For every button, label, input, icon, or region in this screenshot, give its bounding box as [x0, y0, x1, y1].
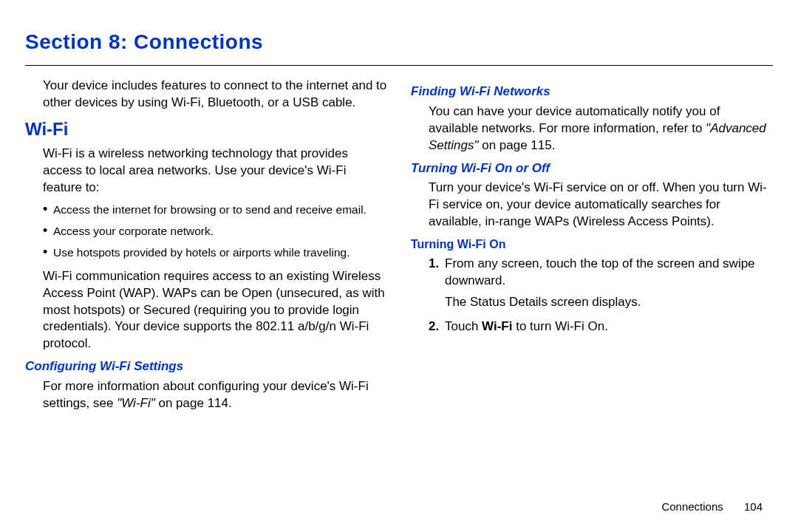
content-columns: Your device includes features to connect… [25, 78, 773, 418]
finding-text-a: You can have your device automatically n… [429, 104, 720, 135]
step-item: 1. From any screen, touch the top of the… [429, 256, 773, 311]
wifi-intro-paragraph: Wi-Fi is a wireless networking technolog… [25, 146, 387, 197]
finding-text-b: on page 115. [478, 138, 555, 152]
reference-wifi: "Wi-Fi" [117, 396, 155, 410]
column-left: Your device includes features to connect… [25, 78, 387, 418]
column-right: Finding Wi-Fi Networks You can have your… [411, 78, 773, 418]
config-text-b: on page 114. [155, 396, 232, 410]
page-footer: Connections 104 [661, 499, 763, 514]
step-number: 2. [429, 318, 439, 335]
heading-wifi: Wi-Fi [25, 117, 387, 141]
step-subtext: The Status Details screen displays. [445, 294, 773, 311]
heading-config-wifi: Configuring Wi-Fi Settings [25, 358, 387, 375]
list-item: Access the internet for browsing or to s… [43, 202, 387, 218]
intro-paragraph: Your device includes features to connect… [25, 78, 387, 112]
toggle-paragraph: Turn your device's Wi-Fi service on or o… [411, 180, 773, 231]
heading-turning-wifi-on: Turning Wi-Fi On [411, 236, 773, 253]
wap-paragraph: Wi-Fi communication requires access to a… [25, 268, 387, 353]
steps-list: 1. From any screen, touch the top of the… [411, 256, 773, 335]
wifi-feature-list: Access the internet for browsing or to s… [25, 202, 387, 261]
list-item: Access your corporate network. [43, 224, 387, 239]
footer-label: Connections [661, 500, 723, 513]
config-paragraph: For more information about configuring y… [25, 378, 387, 412]
step-text-a: Touch [445, 319, 482, 333]
section-rule [25, 65, 773, 66]
step-text: From any screen, touch the top of the sc… [445, 256, 755, 287]
step-text-b: to turn Wi-Fi On. [512, 319, 607, 333]
section-title: Section 8: Connections [25, 28, 773, 65]
list-item: Use hotspots provided by hotels or airpo… [43, 245, 387, 261]
step-item: 2. Touch Wi-Fi to turn Wi-Fi On. [429, 318, 773, 335]
heading-turning-wifi: Turning Wi-Fi On or Off [411, 160, 773, 177]
step-number: 1. [429, 256, 439, 273]
footer-page-number: 104 [744, 500, 763, 513]
step-bold: Wi-Fi [482, 319, 512, 333]
finding-paragraph: You can have your device automatically n… [411, 103, 773, 154]
heading-finding-networks: Finding Wi-Fi Networks [411, 83, 773, 100]
